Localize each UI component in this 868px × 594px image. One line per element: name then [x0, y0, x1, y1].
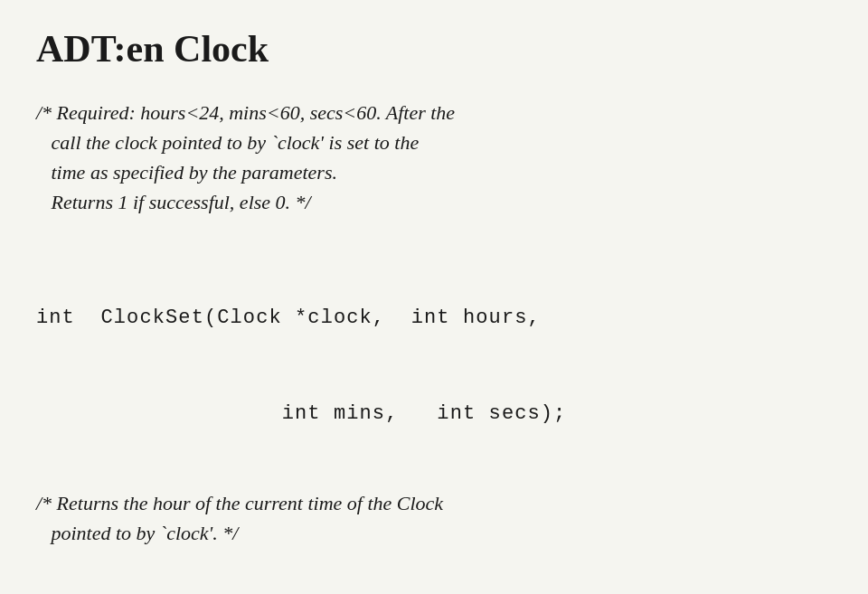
section-clockhour-comment: /* Returns the hour of the current time …: [36, 488, 832, 548]
comment-line-2: call the clock pointed to by `clock' is …: [36, 127, 832, 157]
comment-line-3: time as specified by the parameters.: [36, 157, 832, 187]
comment-line-6: pointed to by `clock'. */: [36, 518, 832, 548]
section-clockset-comment: /* Required: hours<24, mins<60, secs<60.…: [36, 98, 832, 217]
section-clockset-code: int ClockSet(Clock *clock, int hours, in…: [36, 239, 832, 461]
comment-line-1: /* Required: hours<24, mins<60, secs<60.…: [36, 98, 832, 127]
comment-line-5: /* Returns the hour of the current time …: [36, 488, 832, 518]
page-title: ADT:en Clock: [36, 27, 832, 71]
code-line-clockset-1: int ClockSet(Clock *clock, int hours,: [36, 302, 832, 334]
comment-line-4: Returns 1 if successful, else 0. */: [36, 187, 832, 217]
code-line-clockset-2: int mins, int secs);: [36, 398, 832, 429]
section-clock-getters-code: int ClockHour(Clock *clock); int ClockMi…: [36, 570, 832, 594]
